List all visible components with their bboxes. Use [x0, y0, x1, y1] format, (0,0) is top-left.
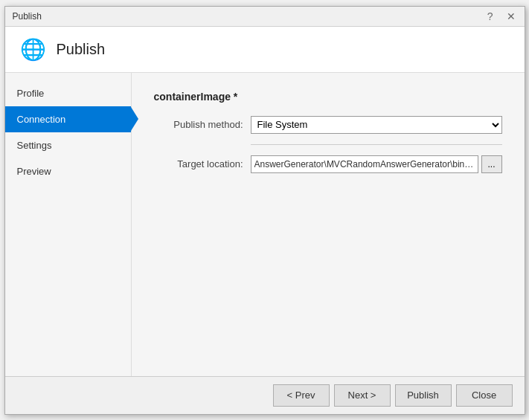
divider	[251, 144, 502, 145]
section-title: containerImage *	[154, 91, 502, 103]
sidebar-item-preview[interactable]: Preview	[5, 158, 131, 184]
title-bar-left: Publish	[13, 11, 42, 22]
publish-button[interactable]: Publish	[395, 384, 452, 407]
prev-button[interactable]: < Prev	[273, 384, 330, 407]
publish-dialog: Publish ? ✕ 🌐 Publish Profile Connection…	[4, 6, 525, 415]
title-bar-label: Publish	[13, 11, 42, 22]
browse-button[interactable]: ...	[481, 155, 502, 173]
close-window-button[interactable]: ✕	[505, 11, 517, 22]
target-location-input[interactable]	[251, 155, 478, 173]
dialog-body: Profile Connection Settings Preview cont…	[5, 73, 525, 376]
dialog-footer: < Prev Next > Publish Close	[5, 376, 525, 414]
next-button[interactable]: Next >	[334, 384, 391, 407]
target-location-control: ...	[251, 155, 502, 173]
publish-method-label: Publish method:	[154, 119, 251, 130]
globe-icon: 🌐	[20, 37, 46, 62]
title-bar: Publish ? ✕	[5, 7, 525, 27]
dialog-header: 🌐 Publish	[5, 27, 525, 73]
sidebar-item-connection[interactable]: Connection	[5, 106, 131, 132]
target-location-label: Target location:	[154, 158, 251, 169]
publish-method-control: File System FTP Web Deploy Web Deploy Pa…	[251, 116, 502, 134]
sidebar: Profile Connection Settings Preview	[5, 73, 132, 376]
publish-method-select[interactable]: File System FTP Web Deploy Web Deploy Pa…	[251, 116, 502, 134]
publish-method-row: Publish method: File System FTP Web Depl…	[154, 116, 502, 134]
sidebar-item-settings[interactable]: Settings	[5, 132, 131, 158]
main-content: containerImage * Publish method: File Sy…	[132, 73, 525, 376]
dialog-title: Publish	[57, 41, 106, 58]
help-button[interactable]: ?	[486, 11, 495, 22]
sidebar-item-profile[interactable]: Profile	[5, 80, 131, 106]
title-bar-right: ? ✕	[486, 11, 517, 22]
target-location-row: Target location: ...	[154, 155, 502, 173]
close-button[interactable]: Close	[456, 384, 513, 407]
